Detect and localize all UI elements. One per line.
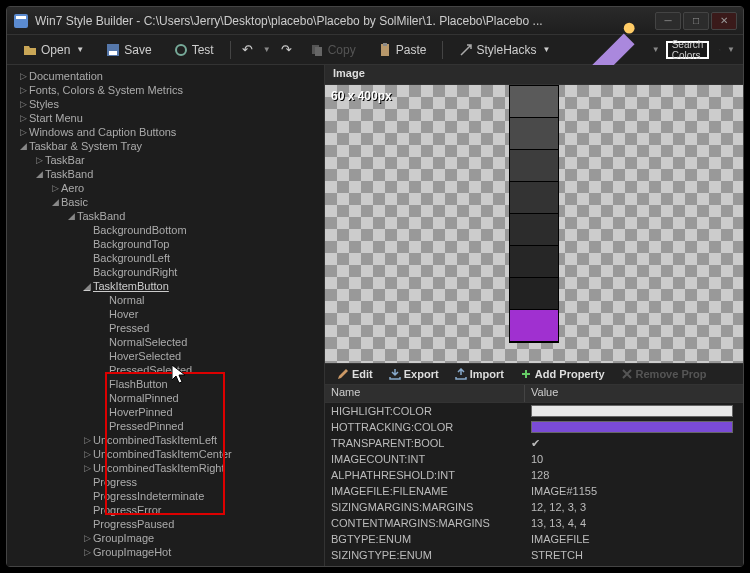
- expand-icon[interactable]: ▷: [17, 85, 29, 95]
- image-preview[interactable]: 60 x 400px: [325, 85, 743, 363]
- expand-icon[interactable]: ▷: [17, 99, 29, 109]
- tree-item[interactable]: BackgroundLeft: [7, 251, 324, 265]
- export-button[interactable]: Export: [383, 368, 445, 380]
- property-row[interactable]: BGTYPE:ENUMIMAGEFILE: [325, 531, 743, 547]
- tree-item[interactable]: NormalSelected: [7, 335, 324, 349]
- tree-panel[interactable]: ▷Documentation▷Fonts, Colors & System Me…: [7, 65, 325, 566]
- close-button[interactable]: ✕: [711, 12, 737, 30]
- expand-icon[interactable]: ▷: [81, 547, 93, 557]
- import-button[interactable]: Import: [449, 368, 510, 380]
- property-value[interactable]: IMAGEFILE: [525, 533, 743, 545]
- undo-button[interactable]: ↶: [238, 42, 257, 57]
- tree-item[interactable]: ▷Fonts, Colors & System Metrics: [7, 83, 324, 97]
- tree-item[interactable]: ▷Documentation: [7, 69, 324, 83]
- collapse-icon[interactable]: ◢: [65, 211, 77, 221]
- tree-item[interactable]: BackgroundRight: [7, 265, 324, 279]
- tree-item[interactable]: ▷UncombinedTaskItemCenter: [7, 447, 324, 461]
- property-value[interactable]: 10: [525, 453, 743, 465]
- color-swatch[interactable]: [531, 405, 733, 417]
- remove-property-button[interactable]: Remove Prop: [615, 368, 713, 380]
- tree-item[interactable]: HoverPinned: [7, 405, 324, 419]
- value-column-header[interactable]: Value: [525, 385, 564, 402]
- save-button[interactable]: Save: [98, 41, 159, 59]
- property-row[interactable]: ALPHATHRESHOLD:INT128: [325, 467, 743, 483]
- property-value[interactable]: [525, 421, 743, 433]
- expand-icon[interactable]: ▷: [17, 71, 29, 81]
- tree-item[interactable]: ▷Styles: [7, 97, 324, 111]
- property-value[interactable]: [525, 405, 743, 417]
- tree-item[interactable]: ◢Basic: [7, 195, 324, 209]
- property-row[interactable]: IMAGEFILE:FILENAMEIMAGE#1155: [325, 483, 743, 499]
- property-value[interactable]: 12, 12, 3, 3: [525, 501, 743, 513]
- tree-item[interactable]: FlashButton: [7, 377, 324, 391]
- tree-item[interactable]: Normal: [7, 293, 324, 307]
- tree-item[interactable]: ▷TaskBar: [7, 153, 324, 167]
- collapse-icon[interactable]: ◢: [33, 169, 45, 179]
- tree-item-label: TaskBand: [45, 168, 93, 180]
- property-value[interactable]: 13, 13, 4, 4: [525, 517, 743, 529]
- tree-item[interactable]: ▷UncombinedTaskItemLeft: [7, 433, 324, 447]
- tree-item[interactable]: ▷GroupImage: [7, 531, 324, 545]
- tree-item[interactable]: ▷Windows and Caption Buttons: [7, 125, 324, 139]
- search-icon[interactable]: [719, 42, 721, 58]
- tree-item[interactable]: ▷Aero: [7, 181, 324, 195]
- edit-button[interactable]: Edit: [331, 368, 379, 380]
- property-value[interactable]: VERTICAL: [525, 565, 743, 566]
- property-row[interactable]: SIZINGMARGINS:MARGINS12, 12, 3, 3: [325, 499, 743, 515]
- name-column-header[interactable]: Name: [325, 385, 525, 402]
- property-value[interactable]: STRETCH: [525, 549, 743, 561]
- tree-item[interactable]: PressedPinned: [7, 419, 324, 433]
- properties-list[interactable]: HIGHLIGHT:COLORHOTTRACKING:COLORTRANSPAR…: [325, 403, 743, 566]
- property-row[interactable]: IMAGECOUNT:INT10: [325, 451, 743, 467]
- expand-icon[interactable]: ▷: [81, 463, 93, 473]
- open-button[interactable]: Open▼: [15, 41, 92, 59]
- expand-icon[interactable]: ▷: [33, 155, 45, 165]
- tree-item[interactable]: Pressed: [7, 321, 324, 335]
- add-property-button[interactable]: Add Property: [514, 368, 611, 380]
- collapse-icon[interactable]: ◢: [49, 197, 61, 207]
- expand-icon[interactable]: ▷: [81, 533, 93, 543]
- property-row[interactable]: CONTENTMARGINS:MARGINS13, 13, 4, 4: [325, 515, 743, 531]
- tree-item[interactable]: ◢TaskBand: [7, 209, 324, 223]
- tree-item[interactable]: ProgressError: [7, 503, 324, 517]
- property-row[interactable]: SIZINGTYPE:ENUMSTRETCH: [325, 547, 743, 563]
- tree-item[interactable]: HoverSelected: [7, 349, 324, 363]
- property-row[interactable]: IMAGELAYOUT:ENUMVERTICAL: [325, 563, 743, 566]
- tree-item[interactable]: ▷GroupImageHot: [7, 545, 324, 559]
- color-swatch[interactable]: [531, 421, 733, 433]
- tree-item[interactable]: ▷UncombinedTaskItemRight: [7, 461, 324, 475]
- collapse-icon[interactable]: ◢: [81, 281, 93, 291]
- search-input[interactable]: Search Colors: [666, 41, 710, 59]
- test-button[interactable]: Test: [166, 41, 222, 59]
- tree-item[interactable]: ▷Start Menu: [7, 111, 324, 125]
- expand-icon[interactable]: ▷: [17, 127, 29, 137]
- tree-item[interactable]: BackgroundBottom: [7, 223, 324, 237]
- tree-item[interactable]: NormalPinned: [7, 391, 324, 405]
- expand-icon[interactable]: ▷: [81, 449, 93, 459]
- property-row[interactable]: TRANSPARENT:BOOL✔: [325, 435, 743, 451]
- stylehacks-button[interactable]: StyleHacks▼: [451, 41, 559, 59]
- property-value[interactable]: IMAGE#1155: [525, 485, 743, 497]
- tree-item[interactable]: ProgressIndeterminate: [7, 489, 324, 503]
- tree-item[interactable]: BackgroundTop: [7, 237, 324, 251]
- tree-item[interactable]: PressedSelected: [7, 363, 324, 377]
- property-row[interactable]: HOTTRACKING:COLOR: [325, 419, 743, 435]
- property-value[interactable]: ✔: [525, 437, 743, 450]
- expand-icon[interactable]: ▷: [81, 435, 93, 445]
- maximize-button[interactable]: □: [683, 12, 709, 30]
- copy-button[interactable]: Copy: [302, 41, 364, 59]
- redo-button[interactable]: ↷: [277, 42, 296, 57]
- collapse-icon[interactable]: ◢: [17, 141, 29, 151]
- property-value[interactable]: 128: [525, 469, 743, 481]
- minimize-button[interactable]: ─: [655, 12, 681, 30]
- property-row[interactable]: HIGHLIGHT:COLOR: [325, 403, 743, 419]
- tree-item[interactable]: ProgressPaused: [7, 517, 324, 531]
- tree-item[interactable]: ◢Taskbar & System Tray: [7, 139, 324, 153]
- expand-icon[interactable]: ▷: [17, 113, 29, 123]
- expand-icon[interactable]: ▷: [49, 183, 61, 193]
- tree-item[interactable]: ◢TaskItemButton: [7, 279, 324, 293]
- tree-item[interactable]: Progress: [7, 475, 324, 489]
- paste-button[interactable]: Paste: [370, 41, 435, 59]
- tree-item[interactable]: ◢TaskBand: [7, 167, 324, 181]
- tree-item[interactable]: Hover: [7, 307, 324, 321]
